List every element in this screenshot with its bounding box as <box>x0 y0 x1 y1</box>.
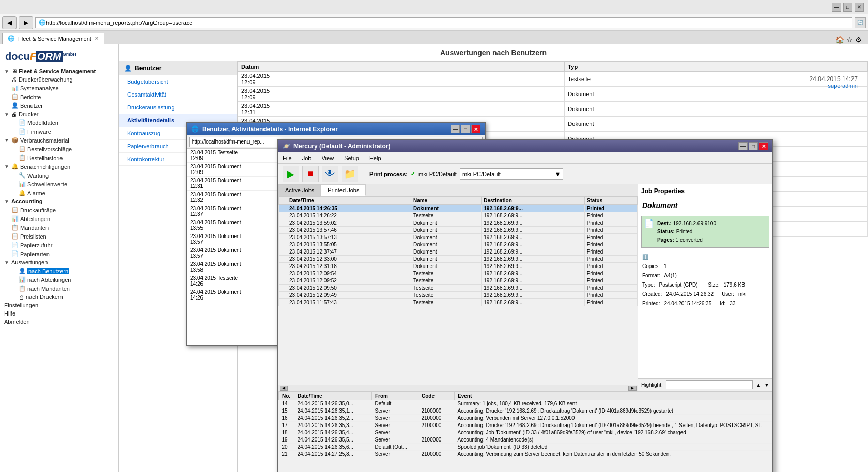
sidebar-item-accounting[interactable]: ▼ Accounting <box>0 197 118 206</box>
toggle-auswert[interactable]: ▼ <box>4 260 11 265</box>
sidebar-item-druckauftraege[interactable]: 📋 Druckaufträge <box>0 206 118 214</box>
sidebar-item-verbrauchsmaterial[interactable]: ▼ 📦 Verbrauchsmaterial <box>0 136 118 145</box>
table-row[interactable]: 23.04.2015 13:59:02 Dokument 192.168.2.6… <box>279 219 638 227</box>
log-row[interactable]: 21 24.04.2015 14:27:25,8... Server 21000… <box>279 451 772 458</box>
nav-budgetubersicht[interactable]: Budgetübersicht <box>119 75 237 88</box>
sidebar-item-papierzufuhr[interactable]: 📄 Papierzufuhr <box>0 241 118 249</box>
sidebar-item-mandanten[interactable]: 📋 Mandanten <box>0 223 118 232</box>
toggle-benach[interactable]: ▼ <box>4 164 11 169</box>
toggle-fleet[interactable]: ▼ <box>4 69 11 74</box>
nav-druckerauslastung[interactable]: Druckerauslastung <box>119 101 237 114</box>
log-row[interactable]: 17 24.04.2015 14:26:35,3... Server 21000… <box>279 422 772 429</box>
sidebar-item-bestellhistorie[interactable]: 📋 Bestellhistorie <box>0 153 118 162</box>
log-row[interactable]: 16 24.04.2015 14:26:35,2... Server 21000… <box>279 415 772 422</box>
folder-btn[interactable]: 📁 <box>342 166 358 182</box>
sidebar-item-benachrichtigungen[interactable]: ▼ 🔔 Benachrichtigungen <box>0 162 118 171</box>
sidebar-item-nach-druckern[interactable]: 🖨 nach Druckern <box>0 293 118 301</box>
sidebar-item-hilfe[interactable]: Hilfe <box>0 309 118 318</box>
table-row[interactable]: 23.04.2015 13:55:05 Dokument 192.168.2.6… <box>279 241 638 248</box>
sidebar-item-preislisten[interactable]: 📋 Preislisten <box>0 232 118 241</box>
sidebar-item-papierarten[interactable]: 📄 Papierarten <box>0 249 118 258</box>
highlight-up-btn[interactable]: ▲ <box>756 382 761 388</box>
window-controls[interactable]: — □ ✕ <box>832 3 864 12</box>
sidebar-item-bestellvorschlaege[interactable]: 📋 Bestellvorschläge <box>0 145 118 153</box>
sidebar-item-schwellenwerte[interactable]: 📊 Schwellenwerte <box>0 180 118 188</box>
toggle-drucker[interactable]: ▼ <box>4 112 11 117</box>
log-row[interactable]: 15 24.04.2015 14:26:35,1... Server 21000… <box>279 407 772 415</box>
ie-restore-btn[interactable]: □ <box>461 125 470 133</box>
sidebar-item-drucker[interactable]: ▼ 🖨 Drucker <box>0 110 118 118</box>
star-icon[interactable]: ☆ <box>846 36 853 44</box>
sidebar-item-alarme[interactable]: 🔔 Alarme <box>0 188 118 197</box>
sidebar-item-nach-benutzern[interactable]: 👤 nach Benutzern <box>0 266 118 275</box>
home-icon[interactable]: 🏠 <box>835 36 844 44</box>
table-row[interactable]: 23.04.2015 12:09:49 Testseite 192.168.2.… <box>279 292 638 299</box>
forward-button[interactable]: ▶ <box>19 16 33 29</box>
sidebar-item-fleet[interactable]: ▼ 🖥 Fleet & Service Management <box>0 67 118 75</box>
sidebar-item-wartung[interactable]: 🔧 Wartung <box>0 171 118 180</box>
tab-close-btn[interactable]: ✕ <box>95 36 99 41</box>
nav-gesamtaktivitat[interactable]: Gesamtaktivität <box>119 88 237 101</box>
sidebar-item-auswertungen[interactable]: ▼ Auswertungen <box>0 258 118 266</box>
sidebar-item-benutzer[interactable]: 👤 Benutzer <box>0 101 118 110</box>
table-row[interactable]: 23.04.2015 12:09:52 Testseite 192.168.2.… <box>279 277 638 285</box>
table-row[interactable]: 23.04.2015 12:31:18 Dokument 192.168.2.6… <box>279 263 638 270</box>
ie-minimize-btn[interactable]: — <box>451 125 460 133</box>
table-row[interactable]: 23.04.2015 14:26:22 Testseite 192.168.2.… <box>279 212 638 219</box>
table-row[interactable]: 23.04.201512:31Dokument <box>238 102 868 117</box>
ie-close-btn[interactable]: ✕ <box>471 125 481 133</box>
sidebar-item-einstellungen[interactable]: Einstellungen <box>0 301 118 309</box>
mercury-restore-btn[interactable]: □ <box>749 142 758 150</box>
table-row[interactable]: 23.04.2015 11:57:43 Testseite 192.168.2.… <box>279 299 638 306</box>
mercury-minimize-btn[interactable]: — <box>738 142 748 150</box>
log-table-wrapper[interactable]: No. Date/Time From Code Event 14 24.04.2… <box>278 391 772 472</box>
refresh-btn[interactable]: 🔄 <box>855 17 866 28</box>
highlight-down-btn[interactable]: ▼ <box>764 382 769 388</box>
close-btn[interactable]: ✕ <box>855 3 864 12</box>
log-row[interactable]: 20 24.04.2015 14:26:35,6... Default (Out… <box>279 444 772 451</box>
table-row[interactable]: 23.04.2015 12:09:54 Testseite 192.168.2.… <box>279 270 638 277</box>
mercury-win-controls[interactable]: — □ ✕ <box>738 142 768 150</box>
menu-setup[interactable]: Setup <box>342 155 361 161</box>
sidebar-item-druckerueberwachung[interactable]: 🖨 Druckerüberwachung <box>0 75 118 84</box>
log-row[interactable]: 14 24.04.2015 14:26:35,0... Default Summ… <box>279 400 772 407</box>
minimize-btn[interactable]: — <box>832 3 841 12</box>
sidebar-item-berichte[interactable]: 📋 Berichte <box>0 92 118 101</box>
table-row[interactable]: 23.04.2015 12:33:00 Dokument 192.168.2.6… <box>279 256 638 263</box>
sidebar-item-firmware[interactable]: 📄 Firmware <box>0 127 118 136</box>
mercury-close-btn[interactable]: ✕ <box>759 142 768 150</box>
scroll-left-btn[interactable]: ◀ <box>280 386 288 391</box>
sidebar-item-modelldaten[interactable]: 📄 Modelldaten <box>0 118 118 127</box>
menu-job[interactable]: Job <box>300 155 314 161</box>
sidebar-item-nach-abteilungen[interactable]: 📊 nach Abteilungen <box>0 275 118 284</box>
menu-file[interactable]: File <box>281 155 294 161</box>
h-scrollbar[interactable]: ◀ ▶ <box>278 385 638 391</box>
sidebar-item-abteilungen[interactable]: 📊 Abteilungen <box>0 214 118 223</box>
sidebar-item-abmelden[interactable]: Abmelden <box>0 318 118 326</box>
address-bar[interactable]: 🌐 <box>35 17 853 28</box>
back-button[interactable]: ◀ <box>2 16 17 29</box>
play-btn[interactable]: ▶ <box>283 166 299 182</box>
menu-view[interactable]: View <box>319 155 336 161</box>
log-row[interactable]: 19 24.04.2015 14:26:35,5... Server 21000… <box>279 436 772 444</box>
tab-printed-jobs[interactable]: Printed Jobs <box>321 184 366 196</box>
table-row[interactable]: 24.04.2015 14:26:35 Dokument 192.168.2.6… <box>279 205 638 212</box>
table-row[interactable]: 23.04.2015 12:37:47 Dokument 192.168.2.6… <box>279 248 638 256</box>
address-input[interactable] <box>46 20 849 26</box>
toggle-accounting[interactable]: ▼ <box>4 199 11 204</box>
printer-select[interactable]: mki-PC/Default ▼ <box>460 168 563 180</box>
scroll-right-btn[interactable]: ▶ <box>628 386 637 391</box>
jobs-table-wrapper[interactable]: Date/Time Name Destination Status 24.04.… <box>278 196 638 385</box>
table-row[interactable]: 23.04.201512:09Testseite <box>238 72 868 87</box>
highlight-input[interactable] <box>666 380 753 389</box>
table-row[interactable]: 23.04.2015 12:09:50 Testseite 192.168.2.… <box>279 285 638 292</box>
tab-active-jobs[interactable]: Active Jobs <box>278 184 321 196</box>
stop-btn[interactable]: ■ <box>302 166 319 182</box>
toggle-verbrauch[interactable]: ▼ <box>4 137 11 143</box>
table-row[interactable]: 23.04.201512:09Dokument <box>238 87 868 102</box>
log-row[interactable]: 18 24.04.2015 14:26:35,4... Server Accou… <box>279 429 772 436</box>
menu-help[interactable]: Help <box>367 155 383 161</box>
browser-tab[interactable]: 🌐 Fleet & Service Management ✕ <box>2 33 104 44</box>
gear-icon[interactable]: ⚙ <box>855 36 862 44</box>
table-row[interactable]: 23.04.2015 13:57:46 Dokument 192.168.2.6… <box>279 227 638 234</box>
